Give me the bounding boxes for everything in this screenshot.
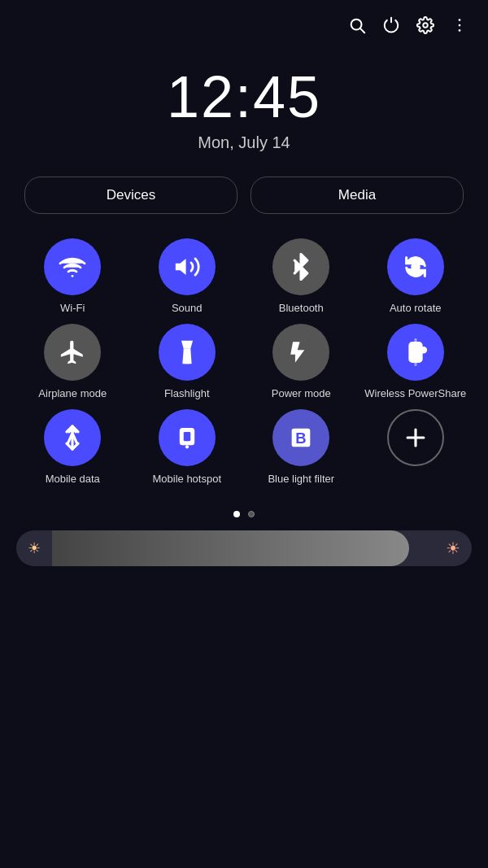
tile-mobiledata[interactable]: Mobile data bbox=[20, 409, 126, 486]
device-media-row: Devices Media bbox=[0, 177, 488, 230]
bluetooth-icon-circle bbox=[272, 238, 329, 295]
svg-marker-9 bbox=[184, 349, 191, 364]
tile-wifi[interactable]: Wi-Fi bbox=[20, 238, 126, 316]
search-icon[interactable] bbox=[348, 16, 366, 39]
bluelight-icon-circle: B bbox=[272, 409, 329, 466]
flashlight-label: Flashlight bbox=[164, 387, 210, 401]
brightness-track bbox=[52, 530, 472, 566]
flashlight-icon-circle bbox=[159, 324, 216, 381]
dot-2[interactable] bbox=[248, 511, 255, 517]
tile-add[interactable] bbox=[363, 409, 469, 486]
bluelight-label: Blue light filter bbox=[268, 473, 334, 486]
devices-button[interactable]: Devices bbox=[24, 177, 237, 214]
tiles-grid: Wi-Fi Sound Bluetooth A bbox=[0, 230, 488, 503]
sound-icon-circle bbox=[159, 238, 216, 295]
page-dots bbox=[0, 503, 488, 530]
tile-autorotate[interactable]: Auto rotate bbox=[363, 238, 469, 316]
brightness-low-icon: ☀ bbox=[16, 539, 52, 557]
wifi-label: Wi-Fi bbox=[60, 302, 85, 316]
tile-sound[interactable]: Sound bbox=[134, 238, 241, 316]
svg-point-3 bbox=[459, 19, 461, 21]
more-icon[interactable] bbox=[451, 16, 468, 39]
clock-time: 12:45 bbox=[0, 63, 488, 130]
dot-1[interactable] bbox=[233, 511, 240, 517]
svg-line-1 bbox=[360, 28, 364, 33]
bluetooth-label: Bluetooth bbox=[279, 302, 324, 316]
powermode-label: Power mode bbox=[272, 387, 331, 401]
svg-point-4 bbox=[459, 24, 461, 27]
tile-hotspot[interactable]: Mobile hotspot bbox=[134, 409, 241, 486]
svg-point-16 bbox=[185, 445, 189, 448]
tile-flashlight[interactable]: Flashlight bbox=[134, 324, 241, 401]
settings-icon[interactable] bbox=[416, 16, 434, 39]
svg-text:B: B bbox=[296, 430, 307, 447]
svg-point-5 bbox=[459, 29, 461, 32]
tile-bluetooth[interactable]: Bluetooth bbox=[248, 238, 355, 316]
clock-date: Mon, July 14 bbox=[0, 133, 488, 152]
mobiledata-label: Mobile data bbox=[46, 473, 100, 486]
wifi-icon-circle bbox=[44, 238, 101, 295]
svg-point-2 bbox=[423, 23, 428, 28]
media-button[interactable]: Media bbox=[251, 177, 464, 214]
powermode-icon-circle bbox=[272, 324, 329, 381]
hotspot-icon-circle bbox=[159, 409, 216, 466]
top-bar bbox=[0, 0, 488, 47]
brightness-slider[interactable]: ☀ ☀ bbox=[16, 530, 472, 566]
clock-section: 12:45 Mon, July 14 bbox=[0, 47, 488, 177]
tile-bluelight[interactable]: B Blue light filter bbox=[248, 409, 355, 486]
airplane-icon-circle bbox=[44, 324, 101, 381]
add-icon-circle bbox=[387, 409, 444, 466]
tile-airplane[interactable]: Airplane mode bbox=[20, 324, 126, 401]
sound-label: Sound bbox=[172, 302, 203, 316]
svg-point-7 bbox=[412, 264, 420, 271]
autorotate-label: Auto rotate bbox=[390, 302, 442, 316]
tile-wireless[interactable]: Wireless PowerShare bbox=[363, 324, 469, 401]
brightness-fill bbox=[52, 530, 409, 566]
autorotate-icon-circle bbox=[387, 238, 444, 295]
tile-powermode[interactable]: Power mode bbox=[248, 324, 355, 401]
mobiledata-icon-circle bbox=[44, 409, 101, 466]
wireless-label: Wireless PowerShare bbox=[364, 387, 466, 401]
power-icon[interactable] bbox=[382, 16, 400, 39]
hotspot-label: Mobile hotspot bbox=[152, 473, 221, 486]
svg-point-6 bbox=[72, 275, 74, 277]
brightness-high-icon: ☀ bbox=[434, 539, 472, 558]
airplane-label: Airplane mode bbox=[38, 387, 107, 401]
svg-rect-15 bbox=[184, 432, 191, 441]
wireless-icon-circle bbox=[387, 324, 444, 381]
